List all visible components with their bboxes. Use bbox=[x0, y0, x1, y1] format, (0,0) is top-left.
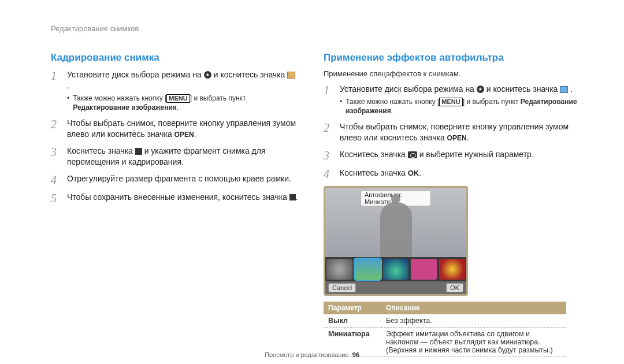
step-body: Чтобы сохранить внесенные изменения, кос… bbox=[67, 192, 298, 205]
step-number: 3 bbox=[51, 146, 61, 168]
step-number: 1 bbox=[324, 84, 334, 116]
filter-thumb[interactable] bbox=[326, 259, 352, 280]
param-name: Выкл bbox=[324, 314, 381, 328]
right-step-3: 3 Коснитесь значка и выберите нужный пар… bbox=[324, 149, 584, 162]
text: . bbox=[391, 107, 393, 115]
step-number: 3 bbox=[324, 149, 334, 162]
text: Также можно нажать кнопку [ bbox=[73, 94, 166, 102]
text: и коснитесь значка bbox=[214, 70, 288, 79]
save-icon bbox=[289, 194, 296, 200]
col-description: Описание bbox=[381, 302, 566, 314]
step-body: Установите диск выбора режима на и косни… bbox=[67, 69, 299, 112]
camera-screenshot: Автофильтр: Миниатюра Cancel OK bbox=[324, 186, 468, 296]
crop-icon bbox=[135, 148, 142, 155]
menu-button-icon: MENU bbox=[166, 94, 190, 103]
right-title: Применение эффектов автофильтра bbox=[324, 52, 584, 64]
step-body: Коснитесь значка и укажите фрагмент сним… bbox=[67, 146, 299, 168]
page-number: 96 bbox=[352, 351, 359, 358]
param-desc: Без эффекта. bbox=[381, 314, 566, 328]
text: . bbox=[570, 84, 573, 94]
camera-cancel-button[interactable]: Cancel bbox=[328, 283, 356, 292]
left-step-5: 5 Чтобы сохранить внесенные изменения, к… bbox=[51, 192, 299, 205]
camera-silhouette bbox=[380, 202, 412, 257]
text: . bbox=[419, 168, 421, 177]
mode-dial-icon bbox=[204, 71, 211, 79]
text: Коснитесь значка bbox=[340, 168, 408, 177]
text: и выберите нужный параметр. bbox=[417, 150, 534, 159]
filter-thumb[interactable] bbox=[439, 259, 465, 280]
bold-text: Редактирование изображения bbox=[73, 103, 177, 112]
text: Чтобы сохранить внесенные изменения, кос… bbox=[67, 192, 289, 202]
text: Отрегулируйте размер фрагмента с помощью… bbox=[67, 174, 291, 183]
step-body: Установите диск выбора режима на и косни… bbox=[340, 84, 584, 116]
page-footer: Просмотр и редактирование 96 bbox=[265, 351, 359, 358]
table-row: Миниатюра Эффект имитации объектива со с… bbox=[324, 328, 566, 357]
text: . bbox=[194, 129, 196, 139]
menu-button-icon: MENU bbox=[439, 98, 462, 106]
left-step-2: 2 Чтобы выбрать снимок, поверните кнопку… bbox=[51, 118, 299, 140]
filter-thumb-selected[interactable] bbox=[355, 259, 381, 280]
step-number: 2 bbox=[324, 121, 334, 143]
table-row: Выкл Без эффекта. bbox=[324, 314, 566, 328]
table-header-row: Параметр Описание bbox=[324, 302, 566, 314]
left-step-1: 1 Установите диск выбора режима на и кос… bbox=[51, 69, 299, 112]
text: и коснитесь значка bbox=[486, 84, 560, 94]
open-label: OPEN bbox=[447, 134, 467, 142]
text: . bbox=[296, 192, 298, 202]
filter-icon bbox=[408, 151, 417, 158]
camera-thumbnails bbox=[325, 257, 466, 281]
text: Коснитесь значка bbox=[67, 146, 135, 155]
right-subtitle: Применение спецэффектов к снимкам. bbox=[324, 69, 584, 78]
open-label: OPEN bbox=[174, 131, 194, 139]
text: Также можно нажать кнопку [ bbox=[346, 98, 439, 106]
text: ] и выбрать пункт bbox=[190, 94, 246, 102]
breadcrumb: Редактирование снимков bbox=[51, 24, 139, 33]
edit-brush-icon bbox=[560, 86, 568, 93]
step-body: Коснитесь значка OK. bbox=[340, 168, 421, 180]
right-step-4: 4 Коснитесь значка OK. bbox=[324, 168, 584, 180]
text: . bbox=[177, 103, 179, 112]
edit-brush-icon bbox=[287, 72, 295, 79]
step-body: Коснитесь значка и выберите нужный парам… bbox=[340, 149, 534, 162]
step-body: Чтобы выбрать снимок, поверните кнопку у… bbox=[67, 118, 299, 140]
filter-thumb[interactable] bbox=[411, 259, 437, 280]
step-body: Отрегулируйте размер фрагмента с помощью… bbox=[67, 173, 291, 186]
bullet: Также можно нажать кнопку [MENU] и выбра… bbox=[340, 97, 584, 116]
ok-label: OK bbox=[408, 169, 419, 177]
col-parameter: Параметр bbox=[324, 302, 381, 314]
text: . bbox=[467, 133, 469, 142]
step-number: 2 bbox=[51, 118, 61, 140]
filter-thumb[interactable] bbox=[383, 259, 409, 280]
left-column: Кадрирование снимка 1 Установите диск вы… bbox=[51, 52, 299, 210]
left-step-4: 4 Отрегулируйте размер фрагмента с помощ… bbox=[51, 173, 299, 186]
camera-bottom-bar: Cancel OK bbox=[325, 281, 466, 294]
text: . bbox=[67, 81, 69, 90]
camera-ok-button[interactable]: OK bbox=[446, 283, 463, 292]
step-number: 5 bbox=[51, 192, 61, 205]
right-step-2: 2 Чтобы выбрать снимок, поверните кнопку… bbox=[324, 121, 584, 143]
step-number: 4 bbox=[51, 173, 61, 186]
left-title: Кадрирование снимка bbox=[51, 52, 299, 64]
text: ] и выбрать пункт bbox=[463, 98, 521, 106]
text: Установите диск выбора режима на bbox=[67, 70, 204, 79]
parameter-table: Параметр Описание Выкл Без эффекта. Мини… bbox=[324, 302, 566, 357]
text: Коснитесь значка bbox=[340, 150, 408, 159]
param-desc: Эффект имитации объектива со сдвигом и н… bbox=[381, 328, 566, 357]
footer-text: Просмотр и редактирование bbox=[265, 351, 349, 358]
mode-dial-icon bbox=[477, 86, 484, 93]
step-number: 1 bbox=[51, 69, 61, 112]
left-step-3: 3 Коснитесь значка и укажите фрагмент сн… bbox=[51, 146, 299, 168]
text: Установите диск выбора режима на bbox=[340, 84, 477, 94]
camera-preview: Автофильтр: Миниатюра bbox=[325, 188, 466, 257]
step-body: Чтобы выбрать снимок, поверните кнопку у… bbox=[340, 121, 584, 143]
step-number: 4 bbox=[324, 168, 334, 180]
right-step-1: 1 Установите диск выбора режима на и кос… bbox=[324, 84, 584, 116]
bullet: Также можно нажать кнопку [MENU] и выбра… bbox=[67, 94, 299, 112]
page-header: Редактирование снимков bbox=[51, 24, 139, 33]
right-column: Применение эффектов автофильтра Применен… bbox=[324, 52, 584, 357]
